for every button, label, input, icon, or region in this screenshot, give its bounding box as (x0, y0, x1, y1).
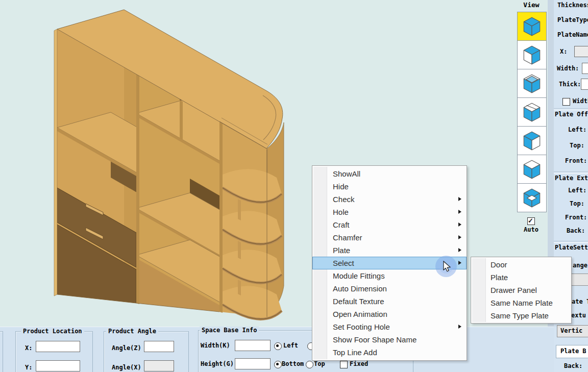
plate-settings-header: PlateSett (555, 244, 588, 251)
view-cube-top-white-diag[interactable] (517, 97, 547, 127)
height-g-field[interactable] (235, 358, 271, 369)
menu-item-plate[interactable]: Plate (312, 244, 467, 257)
width-k-label: Width(K) (201, 342, 230, 349)
clipped-group-box (0, 331, 3, 372)
view-cube-top-white[interactable] (517, 155, 547, 184)
menu-item-set-footing-hole[interactable]: Set Footing Hole (312, 320, 467, 333)
submenu-item-drawer-panel[interactable]: Drawer Panel (471, 284, 571, 296)
top-radio-label: Top (314, 360, 325, 367)
angle-z-label: Angle(Z) (112, 344, 141, 352)
width-checkbox-label: Width (573, 97, 588, 105)
texture-fragment: extu (571, 312, 586, 319)
width-field[interactable] (582, 63, 588, 74)
view-cube-front-open[interactable] (517, 40, 547, 69)
fixed-checkbox-label: Fixed (350, 360, 368, 367)
menu-item-module-fittings[interactable]: Module Fittings (312, 269, 467, 282)
submenu-item-plate[interactable]: Plate (471, 271, 571, 284)
section-divider (554, 241, 588, 243)
product-angle-group: Product Angle Angle(Z) Angle(X) (104, 331, 189, 372)
bottom-radio[interactable] (274, 361, 282, 368)
extend-back-label: Back: (567, 227, 585, 234)
extend-top-label: Top: (570, 200, 584, 207)
product-location-group: Product Location X: Y: (15, 331, 93, 372)
fixed-checkbox[interactable] (340, 361, 348, 368)
vertical-button[interactable]: Vertic (557, 325, 588, 337)
section-divider (554, 171, 588, 173)
menu-item-top-line-add[interactable]: Top Line Add (312, 346, 467, 359)
section-divider (554, 108, 588, 110)
view-cube-bottom-open-box[interactable] (517, 183, 547, 212)
angle-x-field[interactable] (144, 360, 174, 371)
divider-panel-1 (136, 74, 139, 304)
view-cube-right-white[interactable] (517, 126, 547, 155)
width-label: Width: (557, 65, 579, 72)
menu-item-showall[interactable]: ShowAll (312, 167, 467, 180)
submenu-arrow-icon (458, 197, 461, 201)
menu-item-chamfer[interactable]: Chamfer (312, 231, 467, 244)
view-cube-top-open-box[interactable] (517, 69, 547, 98)
submenu-item-same-type-plate[interactable]: Same Type Plate (471, 309, 571, 322)
x-label: X: (560, 48, 567, 55)
submenu-arrow-icon (458, 325, 461, 329)
menu-item-auto-dimension[interactable]: Auto Dimension (312, 282, 467, 295)
submenu-arrow-icon (458, 210, 461, 214)
plate-type-label: PlateType (557, 16, 588, 23)
menu-item-select[interactable]: Select (312, 257, 467, 269)
top-radio[interactable] (306, 361, 313, 368)
menu-item-check[interactable]: Check (312, 193, 467, 206)
angle-z-field[interactable] (144, 341, 174, 352)
bottom-properties-panel: Product Location X: Y: Product Angle Ang… (0, 327, 554, 372)
x-field[interactable] (574, 46, 588, 57)
height-g-label: Height(G) (201, 360, 234, 367)
context-menu: ShowAll Hide Check Hole Craft Chamfer Pl… (312, 165, 467, 361)
offset-left-label: Left: (568, 126, 586, 133)
submenu-arrow-icon (458, 248, 461, 252)
plate-name-label: PlateName (557, 31, 588, 38)
extend-left-label: Left: (568, 187, 586, 194)
extend-front-label: Front: (565, 214, 587, 221)
change-label-fragment: ange (573, 262, 587, 269)
auto-view-checkbox[interactable] (527, 217, 535, 225)
thick-field[interactable] (581, 79, 588, 90)
menu-item-craft[interactable]: Craft (312, 218, 467, 231)
auto-view-label: Auto (524, 226, 538, 233)
product-location-title: Product Location (21, 328, 84, 335)
submenu-arrow-icon (458, 222, 461, 227)
left-radio[interactable] (274, 342, 282, 350)
submenu-arrow-icon (458, 261, 461, 265)
angle-x-label: Angle(X) (112, 364, 141, 371)
plate-t-fragment: ate T (572, 298, 588, 305)
menu-item-hole[interactable]: Hole (312, 206, 467, 218)
view-panel-title: View (514, 1, 548, 9)
width-checkbox[interactable] (562, 98, 570, 106)
offset-top-label: Top: (570, 142, 584, 149)
submenu-arrow-icon (458, 235, 461, 239)
product-angle-title: Product Angle (106, 328, 158, 335)
width-k-field[interactable] (235, 340, 271, 351)
view-panel: View (514, 1, 548, 9)
thick-label: Thick: (559, 81, 581, 88)
left-side-panel-edge (54, 29, 57, 296)
wardrobe-corner-column (219, 121, 284, 319)
menu-item-default-texture[interactable]: Default Texture (312, 295, 467, 308)
space-base-info-title: Space Base Info (200, 327, 259, 334)
x-location-field[interactable] (36, 341, 80, 352)
y-location-label: Y: (25, 364, 32, 371)
menu-item-open-animation[interactable]: Open Animation (312, 308, 467, 320)
menu-item-hide[interactable]: Hide (312, 180, 467, 193)
submenu-item-same-name-plate[interactable]: Same Name Plate (471, 296, 571, 309)
menu-item-show-foor-shape-name[interactable]: Show Foor Shape Name (312, 333, 467, 346)
y-location-field[interactable] (36, 360, 80, 371)
select-submenu: Door Plate Drawer Panel Same Name Plate … (471, 257, 572, 324)
back-label: Back: (564, 362, 582, 369)
view-cube-iso-solid[interactable] (517, 12, 547, 41)
thickness-label: Thickness (557, 2, 588, 9)
submenu-item-door[interactable]: Door (471, 258, 571, 271)
bottom-radio-label: Bottom (282, 360, 304, 367)
plate-b-header-box: Plate B (556, 345, 588, 358)
cad-application-window: { "window": { "background": "#dcebea" },… (0, 0, 588, 372)
offset-front-label: Front: (565, 157, 587, 164)
divider-panel-2 (219, 121, 223, 313)
plate-offset-header: Plate Off (555, 111, 588, 118)
plate-extend-header: Plate Ext (555, 175, 588, 182)
